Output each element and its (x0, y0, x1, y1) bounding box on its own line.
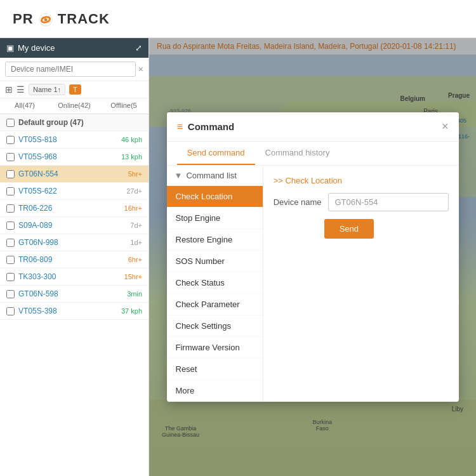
header: PR TRACK (0, 0, 476, 38)
clear-search-icon[interactable]: × (138, 64, 143, 74)
command-item-check-location[interactable]: Check Location (167, 186, 263, 208)
device-status: 16hr+ (124, 204, 142, 212)
command-item-check-status[interactable]: Check Status (167, 272, 263, 294)
device-name: VT05S-622 (18, 187, 122, 195)
command-item-restore-engine[interactable]: Restore Engine (167, 229, 263, 251)
send-button[interactable]: Send (324, 219, 374, 239)
device-name: TR06-809 (18, 255, 124, 264)
dialog-body: ▼ Command list Check Location Stop Engin… (167, 166, 459, 402)
dialog-tab-bar: Send command Command history (167, 142, 459, 166)
device-name: VT05S-968 (18, 152, 117, 161)
group-checkbox[interactable] (6, 119, 15, 127)
command-icon: ≡ (177, 121, 183, 133)
list-item[interactable]: GT06N-598 3min (0, 286, 149, 303)
device-checkbox[interactable] (6, 136, 15, 144)
map-area: Belgium Paris Prague JM01-405 TK116- VT0… (149, 38, 476, 476)
command-item-sos-number[interactable]: SOS Number (167, 251, 263, 272)
device-status: 7d+ (130, 221, 142, 229)
collapse-arrow-icon[interactable]: ▼ (175, 171, 183, 180)
command-detail-panel: >> Check Location Device name Send (263, 166, 459, 402)
device-name: VT05S-398 (18, 307, 117, 315)
device-name: TK303-300 (18, 272, 121, 281)
device-name-field-label: Device name (274, 197, 322, 207)
device-checkbox[interactable] (6, 307, 15, 315)
command-item-more[interactable]: More (167, 380, 263, 402)
tab-online[interactable]: Online(42) (50, 98, 99, 114)
device-group-header: Default group (47) (0, 114, 149, 131)
logo: PR TRACK (13, 11, 110, 27)
device-status: 15hr+ (124, 273, 142, 281)
device-status: 3min (127, 290, 142, 298)
device-tabs: All(47) Online(42) Offline(5 (0, 98, 149, 114)
device-name: GT06N-554 (18, 169, 124, 178)
sidebar-search-bar: × (0, 58, 149, 81)
sidebar-header: ▣ My device ⤢ (0, 38, 149, 58)
tab-send-command[interactable]: Send command (177, 142, 255, 165)
device-checkbox[interactable] (6, 204, 15, 213)
device-status: 6hr+ (128, 256, 142, 263)
list-item[interactable]: VT05S-622 27d+ (0, 183, 149, 200)
dialog-title-text: Command (188, 121, 234, 132)
device-name-field[interactable] (328, 193, 449, 211)
device-status: 5hr+ (128, 170, 142, 178)
check-location-link[interactable]: >> Check Location (274, 176, 449, 185)
command-list-header: ▼ Command list (167, 166, 263, 186)
list-item[interactable]: TR06-226 16hr+ (0, 200, 149, 217)
monitor-icon: ▣ (6, 43, 14, 53)
expand-icon[interactable]: ⤢ (135, 43, 142, 53)
dialog-title-container: ≡ Command (177, 121, 235, 133)
list-icon[interactable]: ☰ (17, 84, 25, 95)
list-item[interactable]: S09A-089 7d+ (0, 217, 149, 234)
device-checkbox[interactable] (6, 187, 15, 195)
list-item[interactable]: TR06-809 6hr+ (0, 251, 149, 268)
device-name-row: Device name (274, 193, 449, 211)
command-item-stop-engine[interactable]: Stop Engine (167, 208, 263, 229)
list-item[interactable]: VT05S-818 46 kph (0, 131, 149, 149)
svg-point-3 (44, 18, 47, 21)
sort-button[interactable]: Name 1↑ (29, 84, 65, 95)
tab-all[interactable]: All(47) (0, 98, 50, 114)
device-name: GT06N-998 (18, 238, 126, 247)
command-item-check-settings[interactable]: Check Settings (167, 315, 263, 337)
device-status: 27d+ (126, 187, 142, 195)
device-icon[interactable]: ⊞ (5, 84, 13, 95)
list-item[interactable]: GT06N-554 5hr+ (0, 166, 149, 183)
device-checkbox[interactable] (6, 153, 15, 161)
logo-icon (39, 13, 53, 27)
sidebar-title-text: My device (18, 43, 55, 53)
list-item[interactable]: TK303-300 15hr+ (0, 268, 149, 286)
device-status: 13 kph (121, 153, 142, 161)
group-label: Default group (47) (18, 118, 84, 127)
list-item[interactable]: VT05S-968 13 kph (0, 149, 149, 166)
command-item-reset[interactable]: Reset (167, 359, 263, 380)
sidebar: ▣ My device ⤢ × ⊞ ☰ Name 1↑ T All(47) On… (0, 38, 149, 476)
device-status: 46 kph (121, 136, 142, 143)
dialog-header: ≡ Command × (167, 112, 459, 142)
tab-command-history[interactable]: Command history (255, 142, 340, 165)
device-status: 37 kph (121, 307, 142, 315)
device-list: Default group (47) VT05S-818 46 kph VT05… (0, 114, 149, 476)
command-list-panel: ▼ Command list Check Location Stop Engin… (167, 166, 263, 402)
device-checkbox[interactable] (6, 221, 15, 230)
command-item-firmware-version[interactable]: Firmware Version (167, 337, 263, 359)
search-input[interactable] (5, 62, 136, 77)
device-checkbox[interactable] (6, 170, 15, 178)
device-checkbox[interactable] (6, 290, 15, 298)
device-checkbox[interactable] (6, 256, 15, 264)
device-checkbox[interactable] (6, 239, 15, 247)
list-item[interactable]: GT06N-998 1d+ (0, 234, 149, 251)
logo-text: PR TRACK (13, 11, 110, 27)
list-item[interactable]: VT05S-398 37 kph (0, 303, 149, 320)
device-status: 1d+ (130, 239, 142, 246)
close-icon[interactable]: × (442, 120, 449, 133)
sidebar-toolbar: ⊞ ☰ Name 1↑ T (0, 81, 149, 98)
tab-offline[interactable]: Offline(5 (99, 98, 149, 114)
command-section-label: Command list (186, 171, 236, 180)
device-checkbox[interactable] (6, 273, 15, 281)
device-name: GT06N-598 (18, 289, 123, 298)
filter-t-button[interactable]: T (69, 84, 81, 95)
device-name: TR06-226 (18, 204, 121, 213)
main-area: ▣ My device ⤢ × ⊞ ☰ Name 1↑ T All(47) On… (0, 38, 476, 476)
command-item-check-parameter[interactable]: Check Parameter (167, 294, 263, 315)
device-name: VT05S-818 (18, 135, 117, 144)
